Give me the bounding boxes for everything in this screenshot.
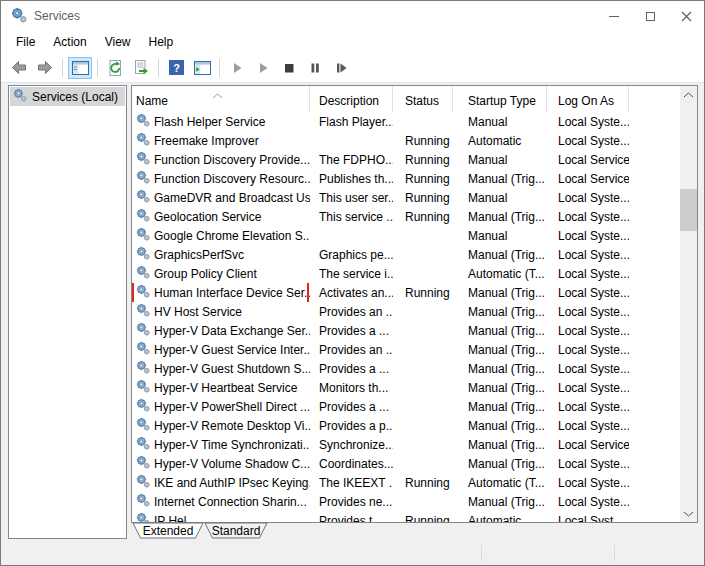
service-name-cell[interactable]: IKE and AuthIP IPsec Keying... [132,473,310,492]
service-row[interactable]: Hyper-V Time Synchronizati... Synchroniz… [132,435,697,454]
tab-standard[interactable]: Standard [205,523,267,538]
scroll-down-button[interactable] [680,505,697,522]
resume-service-button[interactable] [251,57,275,79]
service-row[interactable]: Hyper-V Guest Shutdown S... Provides a .… [132,359,697,378]
service-row[interactable]: Hyper-V Volume Shadow C... Coordinates..… [132,454,697,473]
service-row[interactable]: GraphicsPerfSvc Graphics pe... Manual (T… [132,245,697,264]
service-name-cell[interactable]: Hyper-V Time Synchronizati... [132,435,310,454]
forward-button[interactable] [33,57,57,79]
service-name-cell[interactable]: Hyper-V Remote Desktop Vi... [132,416,310,435]
console-tree-pane: Services (Local) [8,85,127,539]
action-pane-toggle-button[interactable] [190,57,214,79]
service-name-cell[interactable]: Flash Helper Service [132,112,310,131]
tab-extended-label: Extended [143,524,194,538]
console-tree-toggle-button[interactable] [68,57,92,79]
service-name-cell[interactable]: Internet Connection Sharin... [132,492,310,511]
column-header-status[interactable]: Status [393,86,453,112]
scrollbar-thumb[interactable] [680,189,697,231]
maximize-button[interactable] [632,1,668,31]
service-name-cell[interactable]: HV Host Service [132,302,310,321]
stop-service-button[interactable] [277,57,301,79]
menu-action[interactable]: Action [44,33,95,51]
service-row[interactable]: Freemake Improver Running Automatic Loca… [132,131,697,150]
service-name-cell[interactable]: Hyper-V PowerShell Direct ... [132,397,310,416]
minimize-button[interactable] [596,1,632,31]
service-row[interactable]: GameDVR and Broadcast Us... This user se… [132,188,697,207]
service-status: Running [393,476,453,490]
service-row[interactable]: Function Discovery Provide... The FDPHO.… [132,150,697,169]
service-name-cell[interactable]: IP Hel... [132,511,310,522]
service-row[interactable]: Hyper-V Data Exchange Ser... Provides a … [132,321,697,340]
tab-extended[interactable]: Extended [133,523,203,538]
service-name-cell[interactable]: Hyper-V Guest Shutdown S... [132,359,310,378]
service-name-cell[interactable]: Function Discovery Provide... [132,150,310,169]
pause-service-button[interactable] [303,57,327,79]
service-name: Hyper-V Volume Shadow C... [154,457,310,471]
service-row[interactable]: Hyper-V Remote Desktop Vi... Provides a … [132,416,697,435]
service-row[interactable]: Group Policy Client The service i... Aut… [132,264,697,283]
service-name-cell[interactable]: Hyper-V Heartbeat Service [132,378,310,397]
start-service-button[interactable] [225,57,249,79]
service-row[interactable]: HV Host Service Provides an ... Manual (… [132,302,697,321]
service-row[interactable]: Flash Helper Service Flash Player... Man… [132,112,697,131]
service-log-on-as: Local Syste... [547,457,629,471]
column-header-description[interactable]: Description [310,86,393,112]
service-name-cell[interactable]: Google Chrome Elevation S... [132,226,310,245]
service-name-cell[interactable]: Human Interface Device Ser... [132,283,310,302]
restart-service-button[interactable] [329,57,353,79]
title-bar[interactable]: Services [1,1,704,31]
menu-view[interactable]: View [96,33,140,51]
service-name-cell[interactable]: Geolocation Service [132,207,310,226]
service-name-cell[interactable]: Group Policy Client [132,264,310,283]
service-gear-icon [136,132,150,146]
service-gear-slot [136,113,150,130]
service-status: Running [393,191,453,205]
service-gear-slot [136,208,150,225]
service-row[interactable]: Hyper-V Guest Service Inter... Provides … [132,340,697,359]
service-description: Provides an ... [310,343,393,357]
menu-help[interactable]: Help [140,33,183,51]
service-name-cell[interactable]: Function Discovery Resourc... [132,169,310,188]
service-row[interactable]: Hyper-V PowerShell Direct ... Provides a… [132,397,697,416]
column-header-startup-type[interactable]: Startup Type [453,86,547,112]
service-row[interactable]: Function Discovery Resourc... Publishes … [132,169,697,188]
service-log-on-as: Local Syste... [547,210,629,224]
service-gear-slot [136,265,150,282]
service-startup-type: Manual (Trig... [453,400,547,414]
refresh-button[interactable] [103,57,127,79]
service-log-on-as: Local Syste... [547,419,629,433]
service-gear-icon [136,265,150,279]
help-button[interactable]: ? [164,57,188,79]
service-name-cell[interactable]: Hyper-V Volume Shadow C... [132,454,310,473]
service-gear-slot [136,512,150,522]
service-name-cell[interactable]: GraphicsPerfSvc [132,245,310,264]
service-name-cell[interactable]: Hyper-V Data Exchange Ser... [132,321,310,340]
service-name-cell[interactable]: Freemake Improver [132,131,310,150]
service-gear-icon [136,246,150,260]
scroll-up-button[interactable] [680,86,697,103]
service-name: Hyper-V Guest Service Inter... [154,343,310,357]
service-row[interactable]: IKE and AuthIP IPsec Keying... The IKEEX… [132,473,697,492]
service-row[interactable]: Internet Connection Sharin... Provides n… [132,492,697,511]
service-name: GameDVR and Broadcast Us... [154,191,310,205]
status-bar-separator [614,545,615,561]
service-row[interactable]: IP Hel... Provides t... Running Automati… [132,511,697,522]
service-row[interactable]: Hyper-V Heartbeat Service Monitors th...… [132,378,697,397]
column-header-log-on-as[interactable]: Log On As [547,86,629,112]
service-name: Hyper-V Guest Shutdown S... [154,362,310,376]
menu-file[interactable]: File [7,33,44,51]
vertical-scrollbar[interactable] [680,86,697,522]
service-log-on-as: Local Syste... [547,229,629,243]
service-row[interactable]: Google Chrome Elevation S... Manual Loca… [132,226,697,245]
service-name-cell[interactable]: GameDVR and Broadcast Us... [132,188,310,207]
export-list-button[interactable] [129,57,153,79]
service-name: Google Chrome Elevation S... [154,229,310,243]
tree-item-services-local[interactable]: Services (Local) [10,87,125,106]
service-name-cell[interactable]: Hyper-V Guest Service Inter... [132,340,310,359]
back-button[interactable] [7,57,31,79]
service-name: IP Hel... [154,514,196,523]
close-button[interactable] [668,1,704,31]
service-log-on-as: Local Syste... [547,476,629,490]
service-row[interactable]: Geolocation Service This service ... Run… [132,207,697,226]
service-row[interactable]: Human Interface Device Ser... Activates … [132,283,697,302]
